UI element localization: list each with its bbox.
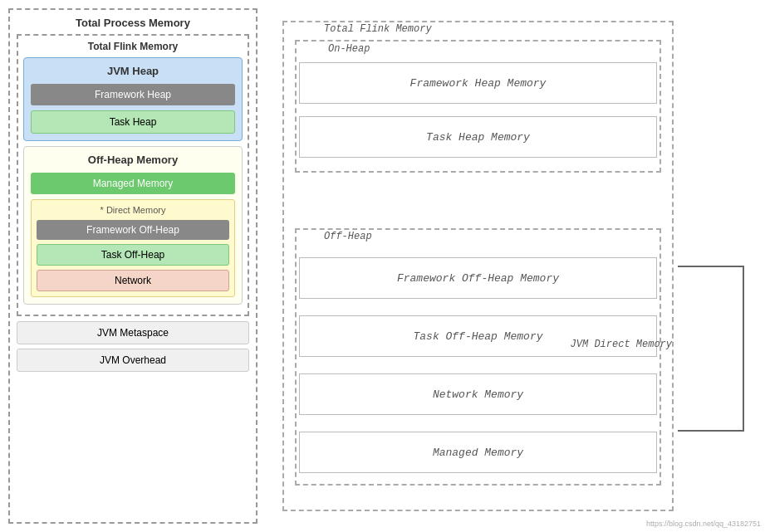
direct-memory-title: * Direct Memory [37, 205, 229, 215]
jvm-heap-title: JVM Heap [31, 65, 235, 77]
total-flink-box: Total Flink Memory JVM Heap Framework He… [17, 34, 249, 316]
jvm-direct-bracket [678, 266, 744, 432]
total-flink-label: Total Flink Memory [324, 23, 432, 35]
task-offheap-memory-box: Task Off-Heap Memory [299, 315, 657, 357]
framework-heap-box: Framework Heap [31, 84, 235, 105]
main-container: Total Process Memory Total Flink Memory … [0, 0, 765, 532]
task-offheap-box: Task Off-Heap [37, 244, 229, 266]
right-inner: Total Flink Memory On-Heap Off-Heap Fram… [278, 17, 748, 515]
framework-offheap-box: Framework Off-Heap [37, 220, 229, 240]
jvm-metaspace-box: JVM Metaspace [17, 321, 249, 344]
framework-offheap-memory-box: Framework Off-Heap Memory [299, 257, 657, 299]
direct-memory-section: * Direct Memory Framework Off-Heap Task … [31, 199, 235, 297]
offheap-label: Off-Heap [324, 231, 372, 242]
total-process-memory-title: Total Process Memory [17, 17, 249, 29]
total-flink-memory-title: Total Flink Memory [23, 41, 243, 52]
framework-heap-memory-box: Framework Heap Memory [299, 62, 657, 104]
offheap-section: Off-Heap Memory Managed Memory * Direct … [23, 146, 243, 305]
network-box: Network [37, 270, 229, 291]
jvm-direct-label: JVM Direct Memory [571, 339, 672, 350]
managed-memory-box: Managed Memory [31, 173, 235, 194]
task-heap-box: Task Heap [31, 110, 235, 134]
offheap-title: Off-Heap Memory [31, 154, 235, 166]
jvm-heap-section: JVM Heap Framework Heap Task Heap [23, 57, 243, 141]
left-panel: Total Process Memory Total Flink Memory … [8, 8, 257, 524]
jvm-overhead-box: JVM Overhead [17, 349, 249, 372]
network-memory-box: Network Memory [299, 373, 657, 415]
onheap-label: On-Heap [328, 43, 370, 55]
task-heap-memory-box: Task Heap Memory [299, 116, 657, 158]
right-panel: Total Flink Memory On-Heap Off-Heap Fram… [274, 8, 757, 524]
watermark: https://blog.csdn.net/qq_43182751 [646, 520, 761, 528]
managed-memory-box-right: Managed Memory [299, 432, 657, 473]
